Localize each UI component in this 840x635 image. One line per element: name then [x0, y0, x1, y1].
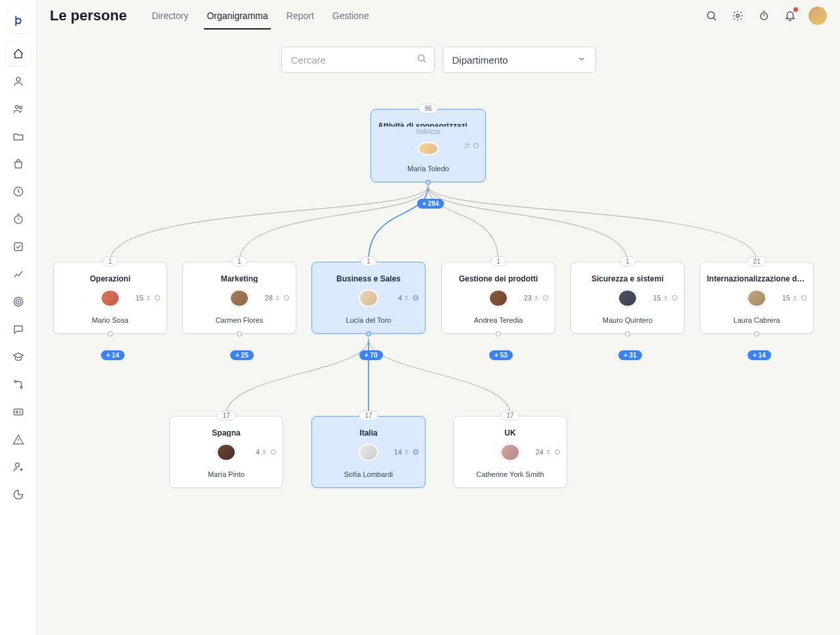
add-user-icon[interactable]: [7, 455, 30, 479]
home-icon[interactable]: [7, 42, 30, 66]
card-title: Attività di sponsorizzazione ...: [378, 121, 479, 127]
svg-point-15: [736, 14, 740, 17]
pin-icon: [108, 331, 113, 337]
badge: 96: [418, 104, 437, 113]
clock-icon[interactable]: [7, 180, 30, 203]
report-count: 15: [136, 294, 160, 302]
bell-icon[interactable]: [780, 5, 801, 26]
card-title: Marketing: [221, 274, 258, 283]
badge: 1: [231, 256, 247, 266]
card-name: María Pinto: [208, 470, 245, 478]
svg-point-8: [18, 301, 19, 302]
pin-icon: [496, 331, 501, 337]
card-name: Catherine York Smith: [476, 470, 544, 478]
pin-icon: [237, 331, 242, 337]
people-icon[interactable]: [7, 97, 30, 121]
id-card-icon[interactable]: [7, 400, 30, 424]
svg-point-12: [16, 411, 18, 413]
search-input[interactable]: [291, 54, 425, 66]
expand-c5[interactable]: + 14: [748, 350, 771, 360]
org-card-marketing[interactable]: 1 Marketing Carmen Flores 28: [182, 262, 296, 334]
badge: 21: [747, 256, 766, 266]
svg-point-17: [418, 55, 424, 61]
bag-icon[interactable]: [7, 152, 30, 176]
notification-dot: [793, 7, 798, 12]
flow-icon[interactable]: [7, 373, 30, 396]
search-icon[interactable]: [701, 5, 722, 26]
card-name: Laura Cabrera: [734, 316, 780, 324]
pin-icon: [625, 331, 630, 337]
avatar: [418, 142, 439, 155]
org-card-business-sales[interactable]: 1 Business e Sales Lucía del Toro 4: [311, 262, 426, 334]
svg-point-14: [708, 12, 715, 19]
card-title: UK: [504, 428, 515, 437]
person-icon[interactable]: [7, 70, 30, 93]
avatar: [618, 289, 637, 307]
tab-gestione[interactable]: Gestione: [323, 3, 378, 29]
card-name: Lucía del Toro: [346, 316, 391, 324]
department-select[interactable]: Dipartimento: [443, 47, 596, 73]
checkbox-icon[interactable]: [7, 235, 30, 258]
svg-point-10: [20, 386, 22, 388]
pin-icon: [754, 331, 759, 337]
svg-point-22: [406, 296, 408, 298]
gear-icon[interactable]: [727, 5, 748, 26]
report-count: 28: [265, 294, 289, 302]
stopwatch-icon[interactable]: [753, 5, 774, 26]
org-root-card[interactable]: 96 Attività di sponsorizzazione ... Indi…: [370, 109, 486, 182]
svg-point-25: [794, 296, 796, 298]
chat-icon[interactable]: [7, 318, 30, 341]
warning-icon[interactable]: [7, 428, 30, 451]
timer-icon[interactable]: [7, 207, 30, 231]
app-logo[interactable]: [7, 9, 30, 33]
search-input-wrap: [281, 47, 435, 73]
report-count: 15: [782, 294, 807, 302]
report-count: 4: [398, 294, 418, 302]
expand-c3[interactable]: + 53: [489, 350, 513, 360]
card-name: María Toledo: [407, 165, 449, 173]
target-icon[interactable]: [7, 290, 30, 314]
expand-c2[interactable]: + 70: [359, 350, 383, 360]
expand-c0[interactable]: + 14: [101, 350, 125, 360]
report-count: 15: [653, 294, 677, 302]
expand-c4[interactable]: + 31: [618, 350, 642, 360]
avatar[interactable]: [809, 7, 827, 25]
org-card-operazioni[interactable]: 1 Operazioni Mario Sosa 15: [53, 262, 167, 334]
tab-directory[interactable]: Directory: [142, 3, 197, 29]
card-name: Carmen Flores: [216, 316, 264, 324]
report-count: 14: [394, 448, 418, 456]
graduation-icon[interactable]: [7, 345, 30, 369]
expand-c1[interactable]: + 25: [230, 350, 254, 360]
org-card-uk[interactable]: 17 UK Catherine York Smith 24: [453, 416, 567, 488]
report-count: 4: [256, 448, 276, 456]
card-subtitle: Indirizzo: [416, 128, 440, 135]
org-card-internazionalizzazione[interactable]: 21 Internazionalizzazione delle imp ... …: [700, 262, 814, 334]
card-title: Spagna: [212, 428, 240, 437]
card-name: Andrea Teredia: [474, 316, 523, 324]
report-count: [464, 142, 479, 150]
org-card-italia[interactable]: 17 Italia Sofía Lombardi 14: [311, 416, 426, 488]
avatar: [230, 289, 249, 307]
avatar: [359, 289, 378, 307]
org-card-sicurezza[interactable]: 1 Sicurezza e sistemi Mauro Quintero 15: [570, 262, 685, 334]
pie-chart-icon[interactable]: [7, 483, 30, 506]
controls-row: Dipartimento: [37, 31, 840, 79]
badge: 1: [490, 256, 506, 266]
folder-icon[interactable]: [7, 125, 30, 148]
sidebar: [0, 0, 37, 635]
svg-point-24: [665, 296, 667, 298]
analytics-icon[interactable]: [7, 262, 30, 286]
org-card-gestione-prodotti[interactable]: 1 Gestione dei prodotti Andrea Teredia 2…: [441, 262, 555, 334]
svg-point-13: [15, 463, 19, 467]
org-card-spagna[interactable]: 17 Spagna María Pinto 4: [169, 416, 283, 488]
expand-root[interactable]: + 284: [417, 199, 444, 209]
avatar: [100, 289, 120, 307]
card-title: Italia: [359, 428, 377, 437]
card-name: Mauro Quintero: [603, 316, 652, 324]
tab-report[interactable]: Report: [277, 3, 323, 29]
page-title: Le persone: [50, 7, 127, 24]
pin-icon: [426, 180, 431, 185]
tab-organigramma[interactable]: Organigramma: [197, 3, 277, 29]
card-title: Operazioni: [90, 274, 130, 283]
pin-icon: [366, 331, 371, 337]
